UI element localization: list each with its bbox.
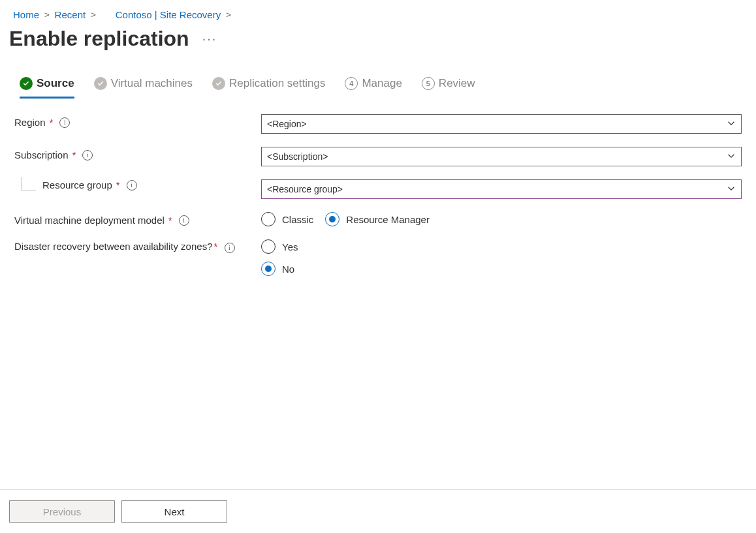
chevron-right-icon: > [44, 10, 50, 20]
radio-classic-label: Classic [282, 214, 313, 225]
dr-zones-radio-group: Yes No [261, 239, 742, 276]
breadcrumb-current[interactable]: Contoso | Site Recovery [116, 9, 221, 20]
radio-rm-label: Resource Manager [346, 214, 430, 225]
breadcrumb: Home > Recent > Contoso | Site Recovery … [0, 0, 756, 27]
radio-icon [261, 262, 276, 276]
chevron-right-icon: > [91, 10, 96, 20]
resource-group-value: <Resource group> [267, 184, 343, 194]
tab-source-label: Source [37, 77, 74, 90]
radio-dr-no-label: No [282, 264, 294, 275]
wizard-tabs: Source Virtual machines Replication sett… [0, 77, 756, 99]
required-asterisk: * [116, 179, 120, 190]
page-title: Enable replication [9, 27, 189, 51]
info-icon[interactable]: i [59, 117, 70, 128]
breadcrumb-home[interactable]: Home [13, 9, 39, 20]
required-asterisk: * [50, 117, 54, 128]
wizard-footer: Previous Next [0, 489, 756, 533]
tab-review-label: Review [439, 77, 475, 90]
tab-replication-label: Replication settings [229, 77, 325, 90]
info-icon[interactable]: i [179, 215, 189, 226]
radio-icon [261, 212, 276, 226]
required-asterisk: * [168, 215, 172, 226]
region-dropdown[interactable]: <Region> [261, 114, 742, 134]
deployment-model-radio-group: Classic Resource Manager [261, 212, 742, 226]
dr-zones-label: Disaster recovery between availability z… [14, 239, 261, 254]
next-button[interactable]: Next [121, 500, 227, 523]
radio-icon [261, 239, 276, 254]
source-form: Region* i <Region> Subscription* i <Subs… [0, 99, 756, 276]
tab-replication-settings[interactable]: Replication settings [212, 77, 325, 99]
chevron-down-icon [727, 151, 736, 162]
chevron-right-icon: > [226, 10, 231, 20]
subscription-label: Subscription* i [14, 147, 261, 160]
check-icon [212, 77, 225, 90]
more-menu-icon[interactable]: ··· [202, 31, 217, 46]
radio-dr-yes[interactable]: Yes [261, 239, 298, 254]
radio-classic[interactable]: Classic [261, 212, 313, 226]
check-icon [94, 77, 107, 90]
radio-dr-yes-label: Yes [282, 241, 298, 252]
info-icon[interactable]: i [82, 150, 93, 160]
required-asterisk: * [213, 241, 217, 252]
step-number-icon: 4 [345, 77, 358, 90]
check-icon [20, 77, 33, 90]
tab-review[interactable]: 5 Review [422, 77, 475, 99]
required-asterisk: * [72, 149, 76, 160]
tab-manage-label: Manage [362, 77, 402, 90]
breadcrumb-recent[interactable]: Recent [55, 9, 86, 20]
tab-manage[interactable]: 4 Manage [345, 77, 402, 99]
chevron-down-icon [727, 184, 736, 195]
info-icon[interactable]: i [225, 243, 235, 253]
subscription-dropdown[interactable]: <Subscription> [261, 147, 742, 166]
tab-virtual-machines[interactable]: Virtual machines [94, 77, 193, 99]
previous-button: Previous [9, 500, 115, 523]
tab-vms-label: Virtual machines [111, 77, 193, 90]
tab-source[interactable]: Source [20, 77, 74, 99]
deployment-model-label: Virtual machine deployment model* i [14, 212, 261, 226]
radio-dr-no[interactable]: No [261, 262, 294, 276]
resource-group-label: Resource group* i [42, 179, 137, 190]
chevron-down-icon [727, 119, 736, 130]
step-number-icon: 5 [422, 77, 435, 90]
region-value: <Region> [267, 119, 307, 129]
resource-group-dropdown[interactable]: <Resource group> [261, 179, 742, 199]
tree-connector-icon [21, 177, 36, 190]
title-row: Enable replication ··· [0, 27, 756, 77]
subscription-value: <Subscription> [267, 151, 328, 162]
radio-icon [325, 212, 339, 226]
resource-group-label-wrapper: Resource group* i [14, 179, 261, 190]
radio-resource-manager[interactable]: Resource Manager [325, 212, 430, 226]
region-label: Region* i [14, 114, 261, 128]
info-icon[interactable]: i [127, 180, 137, 190]
